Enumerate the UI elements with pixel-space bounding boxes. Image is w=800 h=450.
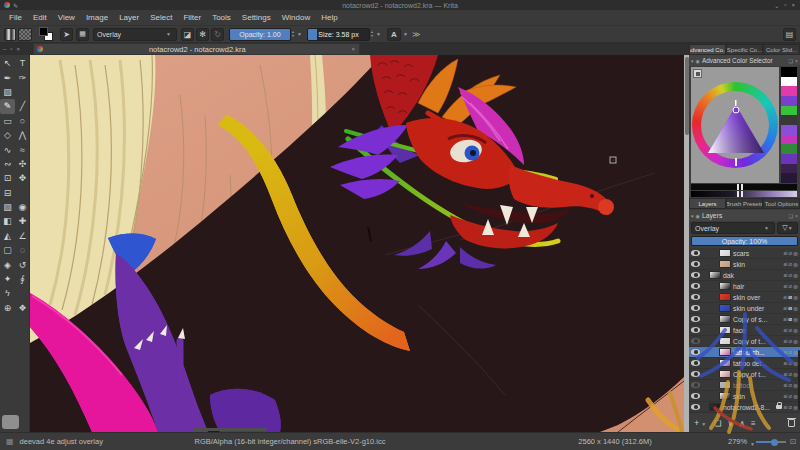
layer-row-dak[interactable]: dakaiα⊛ xyxy=(689,270,800,281)
layer-name[interactable]: tattoo xyxy=(733,382,782,389)
size-slider[interactable]: Size: 3.58 px xyxy=(307,28,370,41)
opacity-spinner[interactable]: ▴▾ xyxy=(292,30,294,38)
tool-dynamic-brush[interactable]: ∾ xyxy=(0,157,15,171)
canvas-horizontal-scrollbar[interactable] xyxy=(193,428,267,431)
color-swatch-0[interactable] xyxy=(781,67,797,77)
color-swatch-2[interactable] xyxy=(781,86,797,96)
tool-select-shapes[interactable]: ↖ xyxy=(0,56,15,70)
layer-name[interactable]: skin xyxy=(733,393,782,400)
zoom-caret-icon[interactable]: ▼ xyxy=(750,441,755,447)
eraser-toggle-button[interactable]: ◪ xyxy=(181,28,194,41)
layer-name[interactable]: scars xyxy=(733,250,782,257)
alpha-inherit-icon[interactable]: ai xyxy=(784,349,788,355)
layer-visibility-icon[interactable] xyxy=(691,305,700,311)
alpha-inherit-icon[interactable]: ai xyxy=(783,294,787,300)
menu-select[interactable]: Select xyxy=(150,13,172,22)
alpha-inherit-icon[interactable]: ai xyxy=(784,393,788,399)
layer-settings-icon[interactable]: ⊛ xyxy=(793,250,798,257)
add-layer-button[interactable]: +▼ xyxy=(694,418,708,428)
tool-text[interactable]: T xyxy=(15,56,30,70)
alpha-inherit-icon[interactable]: ai xyxy=(783,316,787,322)
color-swatch-3[interactable] xyxy=(781,96,797,106)
tool-measure[interactable]: ∠ xyxy=(15,229,30,243)
mirror-caret-icon[interactable]: ▼ xyxy=(403,31,408,37)
color-swatch-9[interactable] xyxy=(781,154,797,164)
layer-settings-icon[interactable]: ⊛ xyxy=(793,338,798,345)
dock-tab-tool-options[interactable]: Tool Options xyxy=(763,198,800,209)
alpha-lock-icon[interactable]: α xyxy=(789,404,792,410)
menu-file[interactable]: File xyxy=(9,13,22,22)
tool-rect-select[interactable]: ▢ xyxy=(0,243,15,257)
alpha-lock-icon[interactable]: α xyxy=(789,393,792,399)
layer-name[interactable]: tattoo det... xyxy=(733,360,782,367)
alpha-lock-icon[interactable]: α xyxy=(789,360,792,366)
menu-edit[interactable]: Edit xyxy=(33,13,47,22)
color-swatch-8[interactable] xyxy=(781,144,797,154)
layer-row-skin-under[interactable]: skin underaiα⊛ xyxy=(689,303,800,314)
reload-preset-button[interactable]: ✻ xyxy=(196,28,209,41)
tool-rectangle[interactable]: ▭ xyxy=(0,114,15,128)
color-swatch-10[interactable] xyxy=(781,164,797,174)
tool-calligraphy[interactable]: ✑ xyxy=(15,70,30,84)
tool-move[interactable]: ✥ xyxy=(15,171,30,185)
sv-triangle[interactable] xyxy=(692,82,778,168)
alpha-lock-icon[interactable]: α xyxy=(789,272,792,278)
layer-visibility-icon[interactable] xyxy=(691,382,700,388)
brush-presets-grid-icon[interactable]: ▦ xyxy=(76,28,89,41)
layer-row-tattoo-det[interactable]: tattoo det...aiα⊛ xyxy=(689,358,800,369)
layer-group-thumbnail[interactable] xyxy=(709,271,721,279)
layer-row-notacrowd2-8[interactable]: notacrowd2-8...aiα⊛ xyxy=(689,402,800,413)
tool-pan[interactable]: ❖ xyxy=(15,301,30,315)
layer-thumbnail[interactable] xyxy=(719,359,731,367)
tool-color-sampler[interactable]: ◉ xyxy=(15,200,30,214)
layer-thumbnail[interactable] xyxy=(709,403,721,411)
dock-tab-brush-presets[interactable]: Brush Presets xyxy=(726,198,763,209)
layer-thumbnail[interactable] xyxy=(719,381,731,389)
alpha-inherit-icon[interactable]: ai xyxy=(784,404,788,410)
move-layer-up-button[interactable]: ∧ xyxy=(739,419,745,428)
layer-name[interactable]: notacrowd2-8... xyxy=(723,404,774,411)
alpha-inherit-icon[interactable]: ai xyxy=(784,283,788,289)
layer-row-copy-of-t[interactable]: Copy of t...aiα⊛ xyxy=(689,369,800,380)
tool-bezier-curve[interactable]: ∿ xyxy=(0,142,15,156)
alpha-inherit-icon[interactable]: ai xyxy=(784,250,788,256)
layer-name[interactable]: skin over xyxy=(733,294,781,301)
shade-bar-2[interactable] xyxy=(691,191,797,197)
layer-name[interactable]: dak xyxy=(723,272,782,279)
layer-filter-button[interactable]: ▽▼ xyxy=(777,222,798,234)
tool-smart-patch[interactable]: ✚ xyxy=(15,214,30,228)
menu-help[interactable]: Help xyxy=(321,13,337,22)
menu-tools[interactable]: Tools xyxy=(212,13,231,22)
layer-settings-icon[interactable]: ⊛ xyxy=(793,316,798,323)
subwindow-close-icon[interactable]: × xyxy=(16,46,20,52)
move-layer-down-button[interactable]: ∨ xyxy=(727,419,733,428)
layer-settings-icon[interactable]: ⊛ xyxy=(793,272,798,279)
alpha-lock-icon[interactable]: α xyxy=(789,283,792,289)
zoom-level[interactable]: 279% xyxy=(728,437,747,446)
tool-multibrush[interactable]: ✣ xyxy=(15,157,30,171)
alpha-inherit-icon[interactable]: ai xyxy=(784,371,788,377)
tool-polygon[interactable]: ◇ xyxy=(0,128,15,142)
tool-pattern[interactable]: ▨ xyxy=(0,85,15,99)
layer-visibility-icon[interactable] xyxy=(691,250,700,256)
layer-thumbnail[interactable] xyxy=(719,337,731,345)
float-icon[interactable]: ❏ xyxy=(789,58,793,64)
layer-settings-icon[interactable]: ⊛ xyxy=(793,327,798,334)
layer-visibility-icon[interactable] xyxy=(691,393,700,399)
brush-editor-arrow-icon[interactable]: ➤ xyxy=(60,28,73,41)
layers-header[interactable]: ▾ ◉ Layers ❏ × xyxy=(689,210,800,221)
layer-row-tattoo[interactable]: tattooaiα⊛ xyxy=(689,380,800,391)
menu-view[interactable]: View xyxy=(58,13,75,22)
alpha-inherit-icon[interactable]: ai xyxy=(784,272,788,278)
layer-thumbnail[interactable] xyxy=(719,282,731,290)
lock-icon[interactable] xyxy=(776,405,782,409)
layer-opacity-slider[interactable]: Opacity: 100% xyxy=(691,236,798,246)
canvas-only-button[interactable]: ⊡ xyxy=(790,437,796,446)
layer-thumbnail[interactable] xyxy=(719,326,731,334)
colorspace-label[interactable]: RGB/Alpha (16-bit integer/channel) sRGB-… xyxy=(180,437,400,446)
layer-thumbnail[interactable] xyxy=(719,348,731,356)
layer-name[interactable]: Copy of s... xyxy=(733,316,781,323)
layer-row-hair[interactable]: hairaiα⊛ xyxy=(689,281,800,292)
layer-row-tattoo-sh[interactable]: tattoo sh...aiα⊛ xyxy=(689,347,800,358)
alpha-lock-icon[interactable]: α xyxy=(789,327,792,333)
